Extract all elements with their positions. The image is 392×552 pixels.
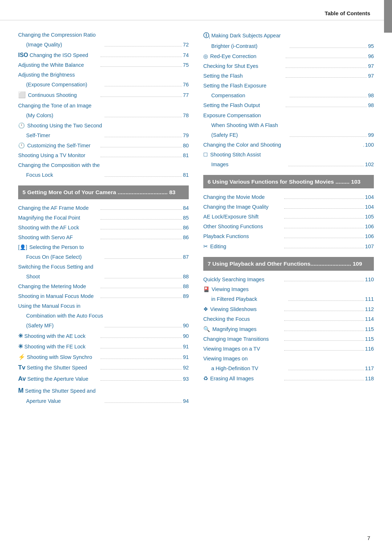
toc-entry-stitch: ☐ Shooting Stitch Assist Images 102 xyxy=(203,151,374,168)
entry-text: Shooting with Servo AF xyxy=(18,234,99,241)
page-header: Table of Contents xyxy=(0,0,392,20)
page-num: 86 xyxy=(183,224,189,232)
dots xyxy=(284,340,364,341)
toc-entry-indent: (Exposure Compensation) 76 xyxy=(18,81,189,89)
page-num: 75 xyxy=(183,61,189,69)
entry-text: Shoot xyxy=(26,273,103,281)
page-num: 84 xyxy=(183,204,189,212)
toc-entry-indent: Images 102 xyxy=(203,161,374,168)
toc-entry-brightness: Adjusting the Brightness (Exposure Compe… xyxy=(18,71,189,89)
dots xyxy=(290,97,367,97)
right-column: Ⓘi Making Dark Subjects Appear Brighter … xyxy=(203,31,374,407)
dots xyxy=(105,327,182,327)
dots xyxy=(288,300,364,301)
page-num: 105 xyxy=(365,213,374,221)
toc-entry-af-frame: Changing the AF Frame Mode 84 xyxy=(18,204,189,212)
toc-entry-editing: ✂ Editing 107 xyxy=(203,242,374,250)
toc-entry: Changing the Tone of an Image xyxy=(18,102,189,110)
page-num: 80 xyxy=(183,142,189,150)
entry-text: ⬜ Continuous Shooting xyxy=(18,91,99,100)
dots xyxy=(101,97,182,97)
entry-text: Changing Image Transitions xyxy=(203,335,283,343)
entry-text: Switching the Focus Setting and xyxy=(18,263,189,271)
dots xyxy=(284,248,364,248)
dots xyxy=(105,176,182,177)
toc-entry-indent: Shoot 88 xyxy=(18,273,189,281)
toc-entry-other-shooting: Other Shooting Functions 106 xyxy=(203,223,374,230)
entry-text: [👤] Selecting the Person to xyxy=(18,244,189,251)
toc-entry: Using the Manual Focus in xyxy=(18,302,189,310)
page-num: 97 xyxy=(368,62,374,70)
page-num: 92 xyxy=(183,364,189,372)
entry-text: Shooting in Manual Focus Mode xyxy=(18,293,99,300)
entry-text: Shooting Using a TV Monitor xyxy=(18,152,99,159)
dots xyxy=(290,136,367,137)
toc-entry: 🎴 Viewing Images xyxy=(203,286,374,293)
toc-entry-hdtv: Viewing Images on a High-Definition TV 1… xyxy=(203,355,374,372)
toc-entry: ☐ Shooting Stitch Assist xyxy=(203,151,374,159)
dots xyxy=(101,66,182,67)
toc-entry-erase-all: ♻ Erasing All Images 118 xyxy=(203,375,374,383)
dots xyxy=(101,338,182,338)
dots xyxy=(284,331,364,331)
page-num: 114 xyxy=(365,315,374,323)
entry-text: (My Colors) xyxy=(26,112,103,119)
entry-text: Compensation xyxy=(211,92,289,99)
dots xyxy=(290,48,367,48)
section5-label: 5 Getting More Out of Your Camera ......… xyxy=(23,189,175,195)
dots xyxy=(288,166,364,166)
page-num: 98 xyxy=(368,102,374,109)
toc-entry-magnify-images: 🔍 Magnifying Images 115 xyxy=(203,325,374,333)
page-num: 106 xyxy=(365,223,374,230)
entry-text: Focus On (Face Select) xyxy=(26,253,103,261)
entry-text: Self-Timer xyxy=(26,132,103,139)
entry-text: 🎴 Viewing Images xyxy=(203,286,374,293)
dots xyxy=(286,77,367,78)
page-num: 116 xyxy=(365,345,374,353)
toc-entry: [👤] Selecting the Person to xyxy=(18,244,189,251)
toc-entry-shut-eyes: Checking for Shut Eyes 97 xyxy=(203,62,374,70)
page-num: 112 xyxy=(365,306,374,313)
entry-text: Checking for Shut Eyes xyxy=(203,62,285,70)
toc-entry: Exposure Compensation xyxy=(203,112,374,119)
toc-entry-indent: Aperture Value 94 xyxy=(18,397,189,405)
section6-header: 6 Using Various Functions for Shooting M… xyxy=(203,175,374,189)
entry-text: in Filtered Playback xyxy=(211,295,287,303)
page-num: 100 xyxy=(365,141,374,149)
dots xyxy=(284,320,364,321)
entry-text: ✂ Editing xyxy=(203,242,283,250)
toc-entry-aperture: Av Setting the Aperture Value 93 xyxy=(18,375,189,384)
entry-text: (Safety MF) xyxy=(26,322,103,330)
entry-text: ISO Changing the ISO Speed xyxy=(18,51,99,59)
page-num: 81 xyxy=(183,171,189,179)
toc-entry-white-balance: Adjusting the White Balance 75 xyxy=(18,61,189,69)
entry-text: a High-Definition TV xyxy=(211,365,287,372)
dots xyxy=(101,239,182,239)
dots xyxy=(101,157,182,157)
page-num: 81 xyxy=(183,152,189,159)
entry-text: Changing the AF Frame Mode xyxy=(18,204,99,212)
entry-text: Checking the Focus xyxy=(203,315,283,323)
entry-text: Setting the Flash xyxy=(203,72,285,80)
dots xyxy=(101,380,182,381)
entry-text: Changing the Metering Mode xyxy=(18,283,99,290)
toc-entry-indent: Compensation 98 xyxy=(203,92,374,99)
entry-text: Setting the Flash Output xyxy=(203,102,285,109)
dots xyxy=(286,58,367,58)
toc-entry-servo-af: Shooting with Servo AF 86 xyxy=(18,234,189,241)
dots xyxy=(284,208,364,209)
toc-entry-safety-fe: Exposure Compensation When Shooting With… xyxy=(203,112,374,139)
dots xyxy=(284,350,364,351)
entry-text: ♻ Erasing All Images xyxy=(203,375,283,383)
page-num: 110 xyxy=(365,276,374,283)
page-num: 76 xyxy=(183,81,189,89)
page-num: 86 xyxy=(183,234,189,241)
dots xyxy=(286,68,367,68)
toc-entry-filtered-playback: 🎴 Viewing Images in Filtered Playback 11… xyxy=(203,286,374,303)
toc-entry-ae-lock-shift: AE Lock/Exposure Shift 105 xyxy=(203,213,374,221)
dots xyxy=(284,281,364,281)
toc-entry-tv-viewing: Viewing Images on a TV 116 xyxy=(203,345,374,353)
dots xyxy=(284,199,364,199)
page-num: 88 xyxy=(183,273,189,281)
entry-text: ✳ Shooting with the AE Lock xyxy=(18,332,99,340)
